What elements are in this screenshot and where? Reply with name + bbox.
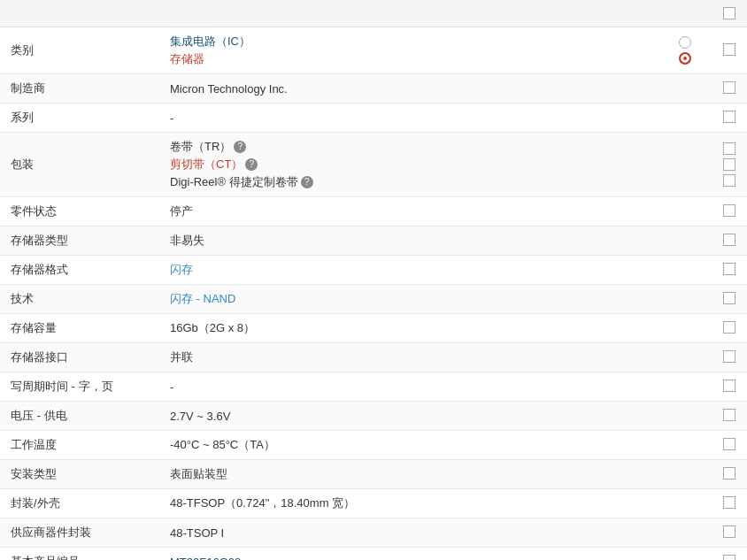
table-row: 系列- [0, 104, 747, 133]
row-desc-cun-chu-qi-lei-xing: 非易失 [159, 226, 658, 256]
table-row: 写周期时间 - 字，页- [0, 372, 747, 402]
row-select-xie-zhou-qi [658, 372, 712, 402]
desc-text: Digi-Reel® 得捷定制卷带 [170, 174, 298, 190]
row-checkbox-col-ji-ben-chan-pin [712, 548, 747, 561]
help-icon[interactable]: ? [234, 141, 246, 153]
row-checkbox-col-cun-chu-qi-lei-xing [712, 226, 747, 256]
row-desc-feng-zhuang: 48-TFSOP（0.724"，18.40mm 宽） [159, 489, 658, 518]
row-select-bao-zhuang [658, 133, 712, 197]
table-row: 类别集成电路（IC）存储器 [0, 27, 747, 74]
table-row: 存储器接口并联 [0, 343, 747, 372]
row-desc-cun-chu-jie-kou: 并联 [159, 343, 658, 372]
table-header [0, 0, 747, 27]
row-desc-cun-chu-rong-liang: 16Gb（2G x 8） [159, 314, 658, 343]
row-desc-gong-zuo-wen-du: -40°C ~ 85°C（TA） [159, 431, 658, 460]
row-desc-ling-jian-zhuang-tai: 停产 [159, 197, 658, 226]
checkbox[interactable] [723, 234, 735, 246]
header-type [0, 0, 159, 27]
table-row: 基本产品编号MT29F16G08 [0, 548, 747, 561]
checkbox[interactable] [723, 350, 735, 363]
row-checkbox-col-lei-bie [712, 27, 747, 74]
row-label-xi-lie: 系列 [0, 104, 159, 133]
header-checkbox[interactable] [723, 7, 735, 19]
checkbox[interactable] [723, 525, 735, 538]
row-label-an-zhuang-lei-xing: 安装类型 [0, 460, 159, 489]
checkbox[interactable] [723, 263, 735, 275]
help-icon[interactable]: ? [301, 176, 313, 188]
row-checkbox-col-ji-shu [712, 285, 747, 314]
row-select-gong-zuo-wen-du [658, 431, 712, 460]
row-label-bao-zhuang: 包装 [0, 133, 159, 197]
desc-link[interactable]: 闪存 [170, 263, 193, 276]
row-label-cun-chu-rong-liang: 存储容量 [0, 314, 159, 343]
row-desc-ji-ben-chan-pin: MT29F16G08 [159, 548, 658, 561]
row-desc-lei-bie: 集成电路（IC）存储器 [159, 27, 658, 74]
checkbox[interactable] [723, 321, 735, 334]
row-select-cun-chu-jie-kou [658, 343, 712, 372]
table-row: 电压 - 供电2.7V ~ 3.6V [0, 402, 747, 431]
row-checkbox-col-xie-zhou-qi [712, 372, 747, 402]
desc-link[interactable]: 集成电路（IC） [170, 34, 250, 50]
checkbox[interactable] [723, 292, 735, 304]
row-checkbox-col-xi-lie [712, 104, 747, 133]
row-desc-dian-ya: 2.7V ~ 3.6V [159, 402, 658, 431]
table-row: 封装/外壳48-TFSOP（0.724"，18.40mm 宽） [0, 489, 747, 518]
checkbox[interactable] [723, 142, 735, 155]
row-label-zhi-zao-shang: 制造商 [0, 74, 159, 104]
header-checkbox-col[interactable] [712, 0, 747, 27]
row-checkbox-col-an-zhuang-lei-xing [712, 460, 747, 489]
header-select [658, 0, 712, 27]
row-select-gong-ying-shang-feng-zhuang [658, 518, 712, 548]
row-select-ji-ben-chan-pin [658, 548, 712, 561]
row-label-ji-shu: 技术 [0, 285, 159, 314]
row-label-cun-chu-qi-ge-shi: 存储器格式 [0, 256, 159, 285]
row-desc-xi-lie: - [159, 104, 658, 133]
row-desc-xie-zhou-qi: - [159, 372, 658, 402]
checkbox[interactable] [723, 496, 735, 509]
row-checkbox-col-cun-chu-qi-ge-shi [712, 256, 747, 285]
radio-button[interactable] [679, 36, 691, 49]
row-desc-ji-shu: 闪存 - NAND [159, 285, 658, 314]
row-select-lei-bie [658, 27, 712, 74]
row-select-xi-lie [658, 104, 712, 133]
row-checkbox-col-cun-chu-rong-liang [712, 314, 747, 343]
table-row: 包装卷带（TR）?剪切带（CT）?Digi-Reel® 得捷定制卷带? [0, 133, 747, 197]
row-select-zhi-zao-shang [658, 74, 712, 104]
row-select-feng-zhuang [658, 489, 712, 518]
row-label-xie-zhou-qi: 写周期时间 - 字，页 [0, 372, 159, 402]
row-item: 卷带（TR）? [170, 139, 648, 155]
row-desc-zhi-zao-shang: Micron Technology Inc. [159, 74, 658, 104]
checkbox[interactable] [723, 43, 735, 56]
row-label-ling-jian-zhuang-tai: 零件状态 [0, 197, 159, 226]
row-checkbox-col-ling-jian-zhuang-tai [712, 197, 747, 226]
row-desc-gong-ying-shang-feng-zhuang: 48-TSOP I [159, 518, 658, 548]
help-icon[interactable]: ? [245, 158, 258, 171]
checkbox[interactable] [723, 174, 735, 187]
desc-link[interactable]: 存储器 [170, 51, 204, 67]
row-select-ji-shu [658, 285, 712, 314]
desc-link[interactable]: MT29F16G08 [170, 556, 241, 561]
header-desc [159, 0, 658, 27]
checkbox[interactable] [723, 204, 735, 217]
table-row: 制造商Micron Technology Inc. [0, 74, 747, 104]
checkbox[interactable] [723, 81, 735, 94]
checkbox[interactable] [723, 380, 735, 392]
checkbox[interactable] [723, 555, 735, 561]
desc-text: 卷带（TR） [170, 139, 231, 155]
checkbox[interactable] [723, 438, 735, 450]
checkbox[interactable] [723, 467, 735, 479]
radio-button[interactable] [679, 52, 691, 65]
row-desc-an-zhuang-lei-xing: 表面贴装型 [159, 460, 658, 489]
row-select-ling-jian-zhuang-tai [658, 197, 712, 226]
row-item: 剪切带（CT）? [170, 157, 648, 173]
checkbox[interactable] [723, 158, 735, 171]
row-checkbox-col-bao-zhuang [712, 133, 747, 197]
row-checkbox-col-zhi-zao-shang [712, 74, 747, 104]
row-checkbox-col-gong-zuo-wen-du [712, 431, 747, 460]
row-label-cun-chu-jie-kou: 存储器接口 [0, 343, 159, 372]
table-row: 工作温度-40°C ~ 85°C（TA） [0, 431, 747, 460]
table-row: 技术闪存 - NAND [0, 285, 747, 314]
desc-link[interactable]: 闪存 - NAND [170, 292, 235, 305]
checkbox[interactable] [723, 111, 735, 123]
checkbox[interactable] [723, 409, 735, 421]
